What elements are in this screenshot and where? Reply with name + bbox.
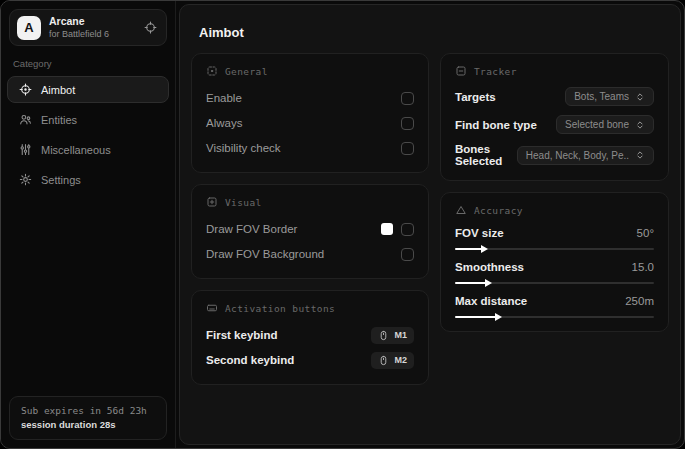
page-title: Aimbot (199, 25, 672, 40)
slider-thumb[interactable] (485, 279, 492, 287)
slider-value: 50° (637, 227, 654, 239)
tracker-row-find-bone-type: Find bone type Selected bone (455, 115, 654, 134)
setting-label: Draw FOV Border (206, 223, 297, 235)
setting-row-always: Always (206, 112, 414, 134)
card-title: Visual (225, 197, 262, 208)
keyboard-icon (206, 302, 218, 314)
brand-name: Arcane (49, 15, 109, 28)
slider-group-smoothness: Smoothness 15.0 (455, 261, 654, 284)
users-icon (19, 113, 32, 126)
setting-row-fov-border: Draw FOV Border (206, 218, 414, 240)
general-card: General Enable Always Visibility check (191, 53, 429, 173)
setting-label: Enable (206, 92, 242, 104)
sidebar-item-settings[interactable]: Settings (7, 166, 169, 193)
tracker-label: Find bone type (455, 119, 537, 131)
chevrons-up-down-icon (635, 120, 645, 130)
sidebar-item-label: Aimbot (41, 84, 75, 96)
sidebar-item-aimbot[interactable]: Aimbot (7, 76, 169, 103)
enable-checkbox[interactable] (401, 92, 414, 105)
sidebar-item-miscellaneous[interactable]: Miscellaneous (7, 136, 169, 163)
main-area: Aimbot General Enable Alw (176, 1, 684, 448)
keybind-row-second: Second keybind M2 (206, 349, 414, 371)
sidebar-item-label: Entities (41, 114, 77, 126)
fov-size-slider[interactable] (455, 248, 654, 250)
card-title: Activation buttons (225, 303, 335, 314)
sidebar-item-entities[interactable]: Entities (7, 106, 169, 133)
minus-square-icon (455, 65, 467, 77)
sidebar: A Arcane for Battlefield 6 Category Aimb… (1, 1, 176, 448)
grid-icon (206, 65, 218, 77)
tracker-row-bones-selected: Bones Selected Head, Neck, Body, Pe.. (455, 143, 654, 167)
slider-group-max-distance: Max distance 250m (455, 295, 654, 318)
visibility-check-checkbox[interactable] (401, 142, 414, 155)
accuracy-card-header: Accuracy (455, 204, 654, 216)
max-distance-slider[interactable] (455, 316, 654, 318)
first-keybind-button[interactable]: M1 (371, 327, 414, 344)
tracker-label: Targets (455, 91, 496, 103)
accuracy-card: Accuracy FOV size 50° (440, 192, 669, 332)
chevrons-up-down-icon (635, 150, 645, 160)
subscription-info-card: Sub expires in 56d 23h session duration … (9, 396, 167, 440)
brand-card: A Arcane for Battlefield 6 (9, 9, 167, 46)
slider-label: Smoothness (455, 261, 524, 273)
sliders-icon (19, 143, 32, 156)
setting-row-fov-background: Draw FOV Background (206, 243, 414, 265)
select-value: Head, Neck, Body, Pe.. (526, 150, 629, 161)
bones-selected-select[interactable]: Head, Neck, Body, Pe.. (517, 146, 654, 165)
tracker-card: Tracker Targets Bots, Teams Find bone ty… (440, 53, 669, 181)
sub-expiry-text: Sub expires in 56d 23h (21, 405, 155, 416)
slider-thumb[interactable] (495, 313, 502, 321)
card-title: Tracker (474, 66, 517, 77)
setting-row-visibility-check: Visibility check (206, 137, 414, 159)
right-column: Tracker Targets Bots, Teams Find bone ty… (440, 53, 669, 343)
card-title: Accuracy (474, 205, 523, 216)
tracker-label: Bones Selected (455, 143, 511, 167)
brand-subtitle: for Battlefield 6 (49, 29, 109, 40)
keybind-label: First keybind (206, 329, 278, 341)
chevrons-up-down-icon (635, 92, 645, 102)
select-value: Selected bone (565, 119, 629, 130)
fov-background-checkbox[interactable] (401, 248, 414, 261)
slider-value: 15.0 (632, 261, 654, 273)
slider-label: Max distance (455, 295, 527, 307)
fov-border-color-swatch[interactable] (381, 223, 393, 235)
fov-border-checkbox[interactable] (401, 223, 414, 236)
setting-label: Visibility check (206, 142, 281, 154)
brand-text: Arcane for Battlefield 6 (49, 15, 109, 39)
smoothness-slider[interactable] (455, 282, 654, 284)
select-value: Bots, Teams (574, 91, 629, 102)
content-panel: Aimbot General Enable Alw (179, 4, 681, 445)
targets-select[interactable]: Bots, Teams (565, 87, 654, 106)
crosshair-icon (19, 83, 32, 96)
setting-label: Draw FOV Background (206, 248, 324, 260)
mouse-icon (378, 330, 389, 341)
always-checkbox[interactable] (401, 117, 414, 130)
frame-plus-icon (206, 196, 218, 208)
left-column: General Enable Always Visibility check (191, 53, 429, 396)
general-card-header: General (206, 65, 414, 77)
tracker-row-targets: Targets Bots, Teams (455, 87, 654, 106)
visual-card-header: Visual (206, 196, 414, 208)
tracker-card-header: Tracker (455, 65, 654, 77)
app-window: A Arcane for Battlefield 6 Category Aimb… (0, 0, 685, 449)
setting-row-enable: Enable (206, 87, 414, 109)
keybind-row-first: First keybind M1 (206, 324, 414, 346)
brand-logo: A (17, 16, 41, 40)
sidebar-nav: Aimbot Entities Miscellaneous Settings (1, 76, 175, 193)
find-bone-type-select[interactable]: Selected bone (556, 115, 654, 134)
second-keybind-button[interactable]: M2 (371, 352, 414, 369)
slider-thumb[interactable] (481, 245, 488, 253)
session-duration-text: session duration 28s (21, 419, 155, 430)
slider-group-fov-size: FOV size 50° (455, 227, 654, 250)
gear-icon (19, 173, 32, 186)
sidebar-item-label: Miscellaneous (41, 144, 111, 156)
activation-card-header: Activation buttons (206, 302, 414, 314)
category-label: Category (13, 58, 163, 69)
keybind-value: M2 (394, 355, 407, 365)
keybind-label: Second keybind (206, 354, 294, 366)
card-title: General (225, 66, 268, 77)
keybind-value: M1 (394, 330, 407, 340)
scope-icon[interactable] (144, 21, 157, 34)
mouse-icon (378, 355, 389, 366)
visual-card: Visual Draw FOV Border Draw FOV Backgrou… (191, 184, 429, 279)
